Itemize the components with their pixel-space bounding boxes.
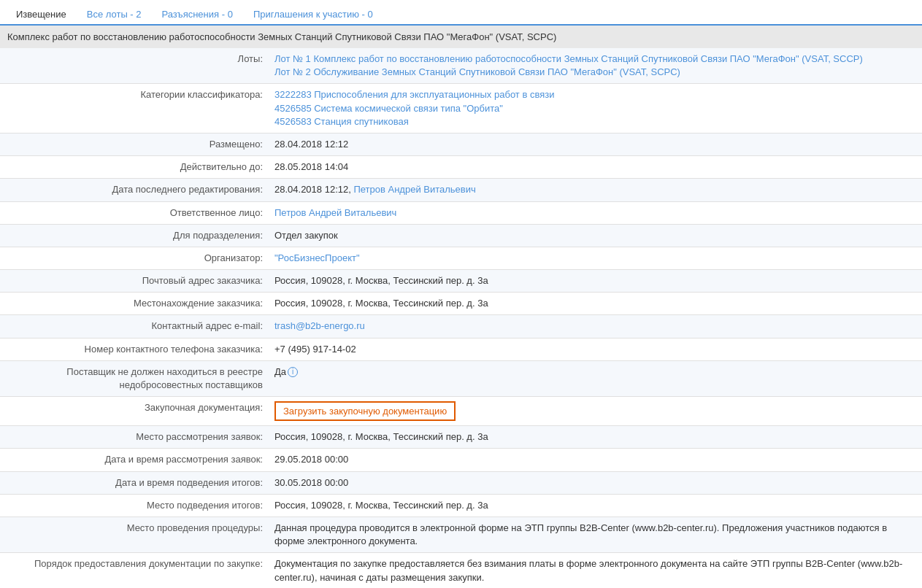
tab-razyasneniya[interactable]: Разъяснения - 0	[152, 4, 243, 26]
table-row: Организатор:"РосБизнесПроект"	[0, 247, 922, 270]
row-value: Россия, 109028, г. Москва, Тессинский пе…	[270, 495, 922, 517]
table-row: Место проведения процедуры:Данная процед…	[0, 517, 922, 553]
row-label: Место подведения итогов:	[0, 495, 270, 517]
row-value: "РосБизнесПроект"	[270, 247, 922, 269]
row-label: Лоты:	[0, 48, 270, 70]
page-title: Комплекс работ по восстановлению работос…	[0, 26, 922, 48]
row-label: Размещено:	[0, 134, 270, 155]
row-label: Закупочная документация:	[0, 397, 270, 419]
row-value: Данная процедура проводится в электронно…	[270, 517, 922, 552]
tab-lots[interactable]: Все лоты - 2	[77, 4, 152, 26]
row-value: Россия, 109028, г. Москва, Тессинский пе…	[270, 426, 922, 448]
row-link[interactable]: Лот № 2 Обслуживание Земных Станций Спут…	[274, 66, 680, 77]
table-row: Контактный адрес e-mail:trash@b2b-energo…	[0, 315, 922, 338]
table-row: Дата и время подведения итогов:30.05.201…	[0, 472, 922, 495]
row-label: Категории классификатора:	[0, 84, 270, 106]
tab-izveshenie[interactable]: Извещение	[6, 4, 77, 26]
row-value: Лот № 1 Комплекс работ по восстановлению…	[270, 48, 922, 83]
info-icon[interactable]: i	[288, 367, 298, 377]
row-link[interactable]: "РосБизнесПроект"	[274, 252, 360, 263]
upload-docs-button[interactable]: Загрузить закупочную документацию	[274, 401, 456, 421]
row-value: Загрузить закупочную документацию	[270, 397, 922, 425]
row-value: Петров Андрей Витальевич	[270, 202, 922, 224]
row-label: Местонахождение заказчика:	[0, 293, 270, 314]
row-link[interactable]: 3222283 Приспособления для эксплуатацион…	[274, 89, 554, 100]
row-label: Дата и время рассмотрения заявок:	[0, 449, 270, 471]
row-value: Даi	[270, 361, 922, 383]
row-value: 28.04.2018 12:12, Петров Андрей Витальев…	[270, 179, 922, 201]
row-value: 28.04.2018 12:12	[270, 134, 922, 155]
row-label: Почтовый адрес заказчика:	[0, 270, 270, 292]
row-label: Организатор:	[0, 247, 270, 269]
row-value: Документация по закупке предоставляется …	[270, 553, 922, 588]
row-label: Ответственное лицо:	[0, 202, 270, 224]
row-value: 28.05.2018 14:04	[270, 156, 922, 178]
table-row: Номер контактного телефона заказчика:+7 …	[0, 339, 922, 361]
row-link[interactable]: Петров Андрей Витальевич	[353, 184, 475, 195]
table-row: Порядок предоставления документации по з…	[0, 553, 922, 588]
row-label: Порядок предоставления документации по з…	[0, 553, 270, 575]
row-link[interactable]: 4526583 Станция спутниковая	[274, 116, 409, 127]
row-label: Контактный адрес e-mail:	[0, 315, 270, 337]
row-label: Номер контактного телефона заказчика:	[0, 339, 270, 360]
row-value: 3222283 Приспособления для эксплуатацион…	[270, 84, 922, 133]
tab-bar: Извещение Все лоты - 2 Разъяснения - 0 П…	[0, 0, 922, 26]
table-row: Место подведения итогов:Россия, 109028, …	[0, 495, 922, 517]
table-row: Категории классификатора:3222283 Приспос…	[0, 84, 922, 134]
row-label: Место рассмотрения заявок:	[0, 426, 270, 448]
row-label: Для подразделения:	[0, 225, 270, 247]
row-label: Дата последнего редактирования:	[0, 179, 270, 201]
row-label: Действительно до:	[0, 156, 270, 178]
row-value: Отдел закупок	[270, 225, 922, 247]
detail-table: Лоты:Лот № 1 Комплекс работ по восстанов…	[0, 48, 922, 588]
table-row: Действительно до:28.05.2018 14:04	[0, 156, 922, 179]
row-link[interactable]: trash@b2b-energo.ru	[274, 320, 365, 331]
table-row: Для подразделения:Отдел закупок	[0, 225, 922, 247]
table-row: Ответственное лицо:Петров Андрей Виталье…	[0, 202, 922, 225]
table-row: Дата и время рассмотрения заявок:29.05.2…	[0, 449, 922, 471]
row-value: +7 (495) 917-14-02	[270, 339, 922, 360]
row-value: 30.05.2018 00:00	[270, 472, 922, 494]
row-link[interactable]: Лот № 1 Комплекс работ по восстановлению…	[274, 53, 863, 64]
table-row: Место рассмотрения заявок:Россия, 109028…	[0, 426, 922, 449]
row-value: Россия, 109028, г. Москва, Тессинский пе…	[270, 270, 922, 292]
table-row: Почтовый адрес заказчика:Россия, 109028,…	[0, 270, 922, 293]
row-value: Россия, 109028, г. Москва, Тессинский пе…	[270, 293, 922, 314]
row-text: 28.04.2018 12:12,	[274, 184, 353, 195]
table-row: Закупочная документация:Загрузить закупо…	[0, 397, 922, 426]
row-link[interactable]: 4526585 Система космической связи типа "…	[274, 103, 503, 114]
table-row: Лоты:Лот № 1 Комплекс работ по восстанов…	[0, 48, 922, 84]
row-value: trash@b2b-energo.ru	[270, 315, 922, 337]
row-text: Да	[274, 366, 286, 377]
table-row: Дата последнего редактирования:28.04.201…	[0, 179, 922, 201]
row-label: Место проведения процедуры:	[0, 517, 270, 539]
tab-priglasheniya[interactable]: Приглашения к участию - 0	[243, 4, 383, 26]
row-link[interactable]: Петров Андрей Витальевич	[274, 207, 396, 218]
row-value: 29.05.2018 00:00	[270, 449, 922, 471]
row-label: Дата и время подведения итогов:	[0, 472, 270, 494]
table-row: Размещено:28.04.2018 12:12	[0, 134, 922, 156]
table-row: Местонахождение заказчика:Россия, 109028…	[0, 293, 922, 315]
table-row: Поставщик не должен находиться в реестре…	[0, 361, 922, 397]
row-label: Поставщик не должен находиться в реестре…	[0, 361, 270, 396]
